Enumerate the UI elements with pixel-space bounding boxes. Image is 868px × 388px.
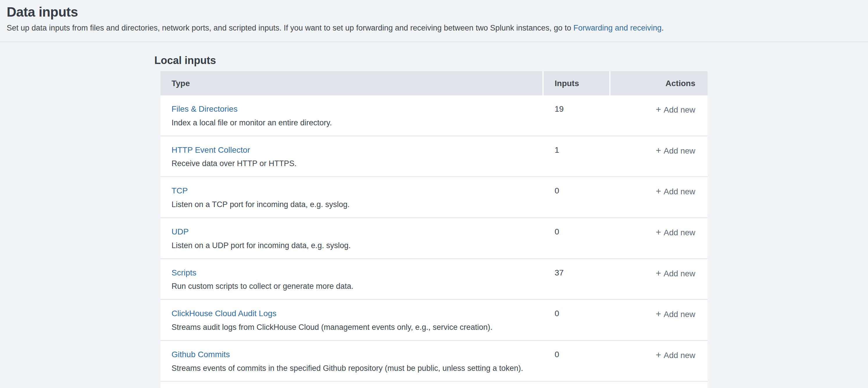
add-new-link[interactable]: +Add new (656, 146, 695, 155)
type-cell: Scripts Run custom scripts to collect or… (160, 259, 542, 299)
input-type-link[interactable]: Files & Directories (172, 104, 238, 114)
type-cell: TCP Listen on a TCP port for incoming da… (160, 177, 542, 217)
input-type-description: Run custom scripts to collect or generat… (172, 281, 542, 292)
page-subtitle-text: Set up data inputs from files and direct… (7, 24, 574, 32)
inputs-count: 0 (544, 218, 609, 258)
input-type-description: Streams audit logs from ClickHouse Cloud… (172, 322, 542, 332)
table-row: UDP Listen on a UDP port for incoming da… (160, 218, 708, 259)
actions-cell: +Add new (611, 341, 708, 381)
plus-icon: + (656, 186, 661, 196)
plus-icon: + (656, 227, 661, 237)
plus-icon: + (656, 350, 661, 360)
actions-cell: +Add new (611, 259, 708, 299)
input-type-description: Listen on a UDP port for incoming data, … (172, 241, 542, 251)
page-subtitle-period: . (661, 24, 664, 32)
section-title-local-inputs: Local inputs (154, 54, 868, 67)
add-new-link[interactable]: +Add new (656, 187, 695, 196)
input-type-link[interactable]: Github Commits (172, 350, 230, 359)
actions-cell: +Add new (611, 95, 708, 136)
input-type-description: Index a local file or monitor an entire … (172, 118, 542, 128)
inputs-count: 0 (544, 177, 609, 217)
add-new-link[interactable]: +Add new (656, 351, 695, 360)
input-type-description: Receive data over HTTP or HTTPS. (172, 158, 542, 169)
add-new-link[interactable]: +Add new (656, 228, 695, 237)
page-subtitle: Set up data inputs from files and direct… (7, 23, 861, 33)
inputs-count: 37 (544, 259, 609, 299)
input-type-description: Streams events of commits in the specifi… (172, 363, 542, 374)
input-type-link[interactable]: HTTP Event Collector (172, 145, 250, 155)
column-header-inputs: Inputs (544, 71, 609, 95)
type-cell: HTTP Event Collector Receive data over H… (160, 137, 542, 177)
type-cell: UDP Listen on a UDP port for incoming da… (160, 218, 542, 258)
add-new-label: Add new (664, 146, 695, 155)
input-type-description: Listen on a TCP port for incoming data, … (172, 200, 542, 210)
add-new-label: Add new (664, 310, 695, 319)
forwarding-and-receiving-link[interactable]: Forwarding and receiving (574, 24, 661, 32)
table-row: Files & Directories Index a local file o… (160, 95, 708, 137)
inputs-count: 19 (544, 95, 609, 136)
local-inputs-table: Type Inputs Actions Files & Directories … (160, 71, 708, 388)
plus-icon: + (656, 309, 661, 319)
type-cell: ClickHouse Cloud Audit Logs Streams audi… (160, 300, 542, 340)
actions-cell: +Add new (611, 137, 708, 177)
table-row: HTTP Event Collector Receive data over H… (160, 137, 708, 177)
column-header-type: Type (160, 71, 542, 95)
plus-icon: + (656, 105, 661, 115)
main-content: Local inputs Type Inputs Actions Files &… (0, 42, 868, 388)
table-row: Github Commits Streams events of commits… (160, 341, 708, 382)
add-new-label: Add new (664, 269, 695, 278)
input-type-link[interactable]: UDP (172, 227, 189, 237)
table-row: ClickHouse Cloud Audit Logs Streams audi… (160, 300, 708, 341)
actions-cell: +Add new (611, 300, 708, 340)
table-row: Scripts Run custom scripts to collect or… (160, 259, 708, 300)
table-body: Files & Directories Index a local file o… (160, 95, 708, 382)
input-type-link[interactable]: TCP (172, 186, 188, 196)
input-type-link[interactable]: Scripts (172, 268, 196, 278)
page-header: Data inputs Set up data inputs from file… (0, 0, 868, 42)
add-new-label: Add new (664, 351, 695, 360)
add-new-link[interactable]: +Add new (656, 310, 695, 319)
actions-cell: +Add new (611, 218, 708, 258)
type-cell: Github Commits Streams events of commits… (160, 341, 542, 381)
table-header-row: Type Inputs Actions (160, 71, 708, 95)
page-title: Data inputs (7, 5, 861, 20)
actions-cell: +Add new (611, 177, 708, 217)
table-row: TCP Listen on a TCP port for incoming da… (160, 177, 708, 218)
table-row-partial (160, 382, 708, 388)
add-new-link[interactable]: +Add new (656, 269, 695, 278)
column-header-actions: Actions (611, 71, 708, 95)
input-type-link[interactable]: ClickHouse Cloud Audit Logs (172, 308, 276, 319)
inputs-count: 1 (544, 137, 609, 177)
add-new-label: Add new (664, 228, 695, 237)
inputs-count: 0 (544, 341, 609, 381)
plus-icon: + (656, 145, 661, 156)
add-new-label: Add new (664, 187, 695, 196)
add-new-link[interactable]: +Add new (656, 105, 695, 114)
plus-icon: + (656, 268, 661, 278)
type-cell: Files & Directories Index a local file o… (160, 95, 542, 136)
inputs-count: 0 (544, 300, 609, 340)
add-new-label: Add new (664, 105, 695, 114)
